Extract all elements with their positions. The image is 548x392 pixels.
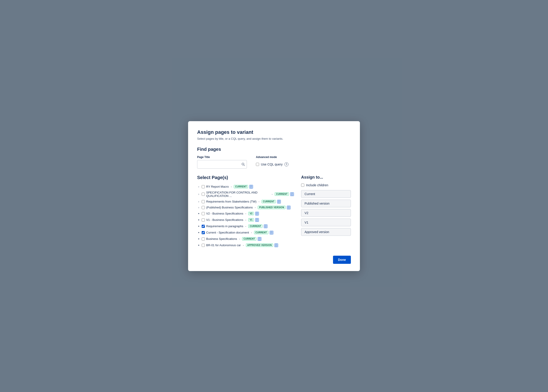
list-item: •V2 - Business Specifications - V2 bbox=[197, 210, 294, 217]
left-panel: Select Page(s) ›RY Report Macro - CURREN… bbox=[197, 175, 294, 248]
page-doc-icon bbox=[258, 237, 261, 241]
advanced-mode-group: Advanced mode Use CQL query ? bbox=[256, 155, 288, 169]
page-badge: CURRENT bbox=[248, 224, 262, 228]
select-pages-title: Select Page(s) bbox=[197, 175, 294, 180]
page-checkbox-8[interactable] bbox=[202, 237, 205, 241]
page-checkbox-5[interactable] bbox=[202, 218, 205, 222]
dash-separator: - bbox=[251, 231, 252, 234]
include-children-checkbox[interactable] bbox=[301, 183, 304, 187]
page-checkbox-0[interactable] bbox=[202, 185, 205, 188]
bullet-icon: • bbox=[197, 231, 200, 235]
assign-btn-v2[interactable]: V2 bbox=[301, 209, 351, 217]
page-name: Current - Specification document bbox=[206, 231, 249, 234]
cql-label: Use CQL query bbox=[261, 162, 283, 166]
include-children-label: Include children bbox=[306, 183, 328, 187]
page-name: RY Report Macro bbox=[206, 185, 229, 188]
page-doc-icon bbox=[290, 192, 294, 196]
list-item: •BR-01 for Autonomous car - APPROVED VER… bbox=[197, 242, 294, 248]
right-panel: Assign to... Include children CurrentPub… bbox=[301, 175, 351, 248]
page-badge: CURRENT bbox=[234, 185, 248, 188]
list-item: ›SPECIFICATION FOR CONTROL AND QUALIFICA… bbox=[197, 190, 294, 199]
chevron-right-icon[interactable]: › bbox=[197, 206, 200, 209]
list-item: ›(Published) Business Specifications - P… bbox=[197, 205, 294, 210]
done-button[interactable]: Done bbox=[333, 256, 351, 264]
search-button[interactable] bbox=[241, 162, 245, 166]
page-checkbox-1[interactable] bbox=[202, 193, 205, 196]
dash-separator: - bbox=[272, 192, 273, 196]
bullet-icon: • bbox=[197, 218, 200, 222]
list-item: •Current - Specification document - CURR… bbox=[197, 230, 294, 236]
search-input[interactable] bbox=[197, 160, 247, 169]
assign-btn-current[interactable]: Current bbox=[301, 190, 351, 198]
page-badge: CURRENT bbox=[242, 237, 256, 241]
cql-checkbox[interactable] bbox=[256, 163, 259, 166]
main-content: Select Page(s) ›RY Report Macro - CURREN… bbox=[197, 175, 351, 248]
dash-separator: - bbox=[255, 206, 256, 209]
page-doc-icon bbox=[255, 218, 259, 222]
svg-point-0 bbox=[242, 163, 244, 165]
search-input-wrap bbox=[197, 160, 247, 169]
page-doc-icon bbox=[287, 206, 290, 209]
assign-buttons: CurrentPublished versionV2V1Approved ver… bbox=[301, 190, 351, 236]
page-name: (Published) Business Specifications bbox=[206, 206, 253, 209]
cql-row: Use CQL query ? bbox=[256, 160, 288, 169]
page-doc-icon bbox=[270, 231, 273, 234]
page-badge: V2 bbox=[248, 212, 254, 215]
assign-btn-v1[interactable]: V1 bbox=[301, 219, 351, 226]
dash-separator: - bbox=[245, 212, 246, 215]
page-name: V2 - Business Specifications bbox=[206, 212, 243, 215]
page-name: Business Specifications bbox=[206, 237, 237, 241]
find-pages-section: Find pages Page Title bbox=[197, 147, 351, 169]
page-checkbox-4[interactable] bbox=[202, 212, 205, 215]
page-title-label: Page Title bbox=[197, 155, 247, 159]
page-badge: APPROVED VERSION bbox=[246, 244, 273, 247]
bullet-icon: • bbox=[197, 243, 200, 247]
assign-to-title: Assign to... bbox=[301, 175, 351, 180]
page-doc-icon bbox=[264, 224, 267, 228]
page-doc-icon bbox=[255, 212, 259, 216]
include-children-row: Include children bbox=[301, 183, 351, 187]
page-name: SPECIFICATION FOR CONTROL AND QUALIFICAT… bbox=[206, 191, 270, 198]
page-badge: V1 bbox=[248, 218, 254, 222]
page-doc-icon bbox=[274, 244, 278, 247]
dash-separator: - bbox=[245, 218, 246, 222]
list-item: ›RY Report Macro - CURRENT bbox=[197, 184, 294, 190]
dialog-title: Assign pages to variant bbox=[197, 129, 351, 135]
dialog-footer: Done bbox=[197, 256, 351, 264]
dash-separator: - bbox=[245, 224, 246, 228]
dialog-subtitle: Select pages by title, or a CQL query, a… bbox=[197, 137, 351, 140]
page-checkbox-6[interactable] bbox=[202, 225, 205, 228]
dash-separator: - bbox=[239, 237, 240, 241]
page-checkbox-3[interactable] bbox=[202, 206, 205, 209]
dialog: Assign pages to variant Select pages by … bbox=[188, 121, 360, 271]
help-icon[interactable]: ? bbox=[284, 162, 288, 166]
bullet-icon: • bbox=[197, 224, 200, 228]
chevron-right-icon[interactable]: › bbox=[197, 185, 200, 188]
chevron-right-icon[interactable]: › bbox=[197, 200, 200, 203]
page-doc-icon bbox=[277, 200, 281, 203]
page-checkbox-2[interactable] bbox=[202, 200, 205, 203]
bullet-icon: • bbox=[197, 237, 200, 241]
chevron-right-icon[interactable]: › bbox=[197, 193, 200, 196]
page-name: V1 - Business Specifications bbox=[206, 218, 243, 222]
list-item: •Business Specifications - CURRENT bbox=[197, 236, 294, 242]
page-badge: PUBLISHED VERSION bbox=[258, 206, 286, 209]
fields-row: Page Title Advanced mode bbox=[197, 155, 351, 169]
assign-btn-approved[interactable]: Approved version bbox=[301, 228, 351, 236]
search-icon bbox=[241, 162, 245, 166]
page-doc-icon bbox=[249, 185, 253, 189]
modal-overlay: Assign pages to variant Select pages by … bbox=[0, 0, 548, 392]
page-checkbox-9[interactable] bbox=[202, 244, 205, 247]
bullet-icon: • bbox=[197, 212, 200, 216]
page-checkbox-7[interactable] bbox=[202, 231, 205, 234]
assign-btn-published[interactable]: Published version bbox=[301, 200, 351, 207]
page-badge: CURRENT bbox=[261, 200, 276, 203]
svg-line-1 bbox=[244, 165, 245, 166]
list-item: •V1 - Business Specifications - V1 bbox=[197, 217, 294, 223]
dash-separator: - bbox=[231, 185, 232, 188]
pages-list: ›RY Report Macro - CURRENT ›SPECIFICATIO… bbox=[197, 184, 294, 248]
dash-separator: - bbox=[259, 200, 260, 203]
page-name: Requirements from Stakeholders (TW) bbox=[206, 200, 257, 203]
list-item: ›Requirements from Stakeholders (TW) - C… bbox=[197, 199, 294, 205]
page-name: BR-01 for Autonomous car bbox=[206, 244, 241, 247]
